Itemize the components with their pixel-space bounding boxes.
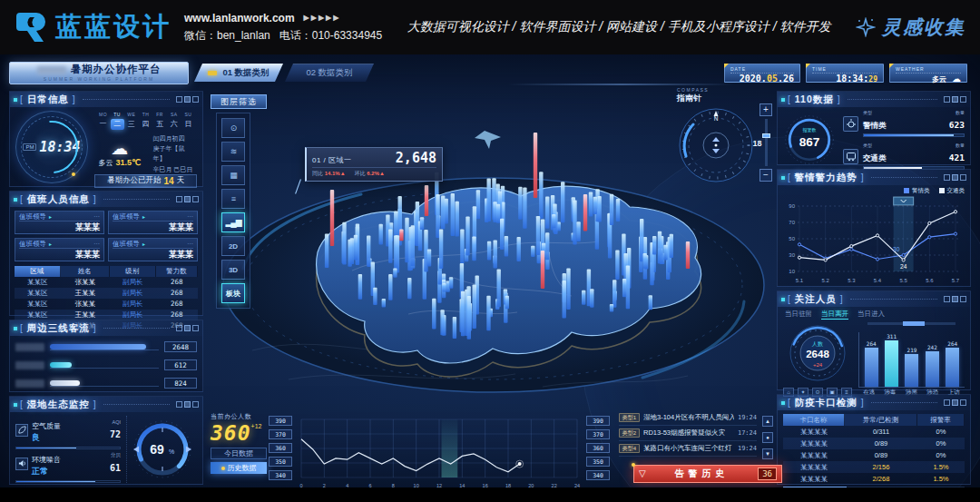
persons-tab[interactable]: 当日进入 <box>858 310 885 320</box>
window-icon[interactable] <box>184 325 191 331</box>
duty-leader-card[interactable]: 值班领导▸⋯某某某 <box>108 211 198 234</box>
bar-item[interactable]: 311 <box>885 332 898 387</box>
more-icon[interactable]: ⋯ <box>187 241 193 248</box>
office-count-delta: +12 <box>251 423 262 429</box>
legend-item[interactable]: 警情类 <box>904 187 930 195</box>
stat-value: 61 <box>110 463 121 473</box>
more-icon[interactable]: ⋯ <box>93 241 100 248</box>
zoom-handle[interactable] <box>762 133 770 138</box>
table-row[interactable]: 某某区张某某副局长268 <box>15 299 198 310</box>
checkpoint-row[interactable]: 某某某某0/890% <box>783 449 965 461</box>
lanlan-logo[interactable]: 蓝蓝设计 <box>15 9 172 45</box>
minimize-icon[interactable] <box>944 296 950 302</box>
table-row[interactable]: 某某区王某某副局长268 <box>15 288 198 299</box>
zoom-out-button[interactable]: − <box>760 169 772 182</box>
expand-icon[interactable] <box>960 174 966 181</box>
expand-icon[interactable] <box>192 96 199 103</box>
minimize-icon[interactable] <box>944 174 950 181</box>
window-icon[interactable] <box>952 296 958 302</box>
more-icon[interactable]: ⋯ <box>93 213 100 221</box>
minimize-icon[interactable] <box>944 399 950 406</box>
window-icon[interactable] <box>184 196 191 202</box>
checkpoint-table: 卡口名称异常/已检测报警率某某某某0/3110%某某某某0/890%某某某某0/… <box>783 414 965 485</box>
duty-leader-card[interactable]: 值班领导▸⋯某某某 <box>15 211 104 234</box>
zoom-slider[interactable]: 18 <box>765 119 768 166</box>
grid-icon[interactable]: ▦ <box>221 165 245 185</box>
list-icon[interactable]: ≡ <box>221 189 245 209</box>
weather-label: WEATHER <box>896 66 961 74</box>
today-data-button[interactable]: 今日数据 <box>211 448 267 459</box>
inspiration-collect[interactable]: 灵感收集 <box>856 15 965 40</box>
weekday-cell[interactable]: FR五 <box>153 112 167 130</box>
window-icon[interactable] <box>952 96 958 103</box>
minimize-icon[interactable] <box>176 196 182 202</box>
persons-tab[interactable]: 当日离开 <box>821 310 848 320</box>
minimize-icon[interactable] <box>176 401 182 408</box>
alert-row[interactable]: 类型2RD13-53烟感报警疑似火灾17:24 <box>619 426 757 441</box>
bar-item[interactable]: 264 <box>865 332 878 387</box>
alert-history-banner[interactable]: ▽ 告警历史 36 <box>633 465 782 483</box>
weekday-cell[interactable]: SA六 <box>167 112 181 130</box>
legend-item[interactable]: 交通类 <box>939 187 965 195</box>
checkpoint-row[interactable]: 某某某某0/890% <box>783 438 965 449</box>
y-tick-box: 370 <box>269 429 292 439</box>
scroll-down-icon[interactable]: ▼ <box>762 448 773 459</box>
history-data-button[interactable]: 历史数据 <box>211 462 267 474</box>
expand-icon[interactable] <box>192 196 199 202</box>
table-row[interactable]: 某某区张某某副局长268 <box>15 277 198 288</box>
expand-icon[interactable] <box>960 296 966 302</box>
flow-bars: 2648612824 <box>10 336 202 392</box>
expand-icon[interactable] <box>960 399 966 406</box>
bar-item[interactable]: 219 <box>905 332 918 387</box>
duty-leader-card[interactable]: 值班领导▸⋯某某某 <box>15 238 104 261</box>
stat-unit: 分贝 <box>110 452 121 458</box>
expand-icon[interactable] <box>192 401 199 408</box>
compass-dial[interactable]: N <box>677 106 755 184</box>
minimize-icon[interactable] <box>176 325 182 331</box>
persons-tab[interactable]: 当日驻留 <box>785 310 812 320</box>
scroll-dot-icon[interactable]: ● <box>762 432 773 443</box>
panel-corner-tick <box>781 298 785 301</box>
scroll-up-icon[interactable]: ▲ <box>762 416 773 427</box>
weekday-cell[interactable]: TU二 <box>111 112 124 130</box>
expand-icon[interactable] <box>960 96 966 103</box>
checkpoint-row[interactable]: 某某某某2/2681.5% <box>783 473 965 485</box>
chart-icon[interactable]: ▂▄▆ <box>221 212 245 232</box>
lunar-calendar: 闰四月初四 庚子年【鼠年】 辛巳月 己巳日 <box>152 133 197 174</box>
y-tick-box: 340 <box>269 470 292 480</box>
header-dots <box>103 199 170 200</box>
weekday-cell[interactable]: TH四 <box>139 112 152 130</box>
alert-row[interactable]: 类型4某路口有小汽车连闯三个红灯19:24 <box>619 441 757 457</box>
bus-icon <box>843 149 858 164</box>
checkpoint-row[interactable]: 某某某某0/3110% <box>783 426 965 438</box>
layer-btn-板块[interactable]: 板块 <box>221 283 245 303</box>
layer-btn-2D[interactable]: 2D <box>221 236 245 256</box>
panel-corner-tick <box>781 176 785 180</box>
panel-checkpoints: 防疫卡口检测 卡口名称异常/已检测报警率某某某某0/3110%某某某某0/890… <box>777 394 971 485</box>
weekday-cell[interactable]: SU日 <box>181 112 195 130</box>
site-url[interactable]: www.lanlanwork.com <box>184 10 295 27</box>
leaf-icon <box>15 424 28 437</box>
header-dots <box>871 177 937 178</box>
minimize-icon[interactable] <box>944 96 950 103</box>
checkpoint-row[interactable]: 某某某某2/1561.5% <box>783 461 965 473</box>
alert-row[interactable]: 类型1湿地3-104片区有不明人员闯入19:24 <box>619 410 757 426</box>
layer-btn-3D[interactable]: 3D <box>221 260 245 280</box>
window-icon[interactable] <box>184 96 191 103</box>
minimize-icon[interactable] <box>176 96 182 103</box>
camera-icon[interactable]: ⊙ <box>221 118 245 138</box>
duty-leader-card[interactable]: 值班领导▸⋯某某某 <box>108 238 198 261</box>
bar-item[interactable]: 264 <box>946 332 959 387</box>
window-icon[interactable] <box>952 399 958 406</box>
bar-item[interactable]: 242 <box>926 332 939 387</box>
table-header: 卡口名称异常/已检测报警率 <box>783 414 965 426</box>
chart-scrollbar[interactable] <box>867 322 956 325</box>
window-icon[interactable] <box>184 401 191 408</box>
weekday-cell[interactable]: MO一 <box>96 112 110 130</box>
zoom-in-button[interactable]: + <box>760 103 772 116</box>
window-icon[interactable] <box>952 174 958 181</box>
weekday-cell[interactable]: WE三 <box>124 112 138 130</box>
expand-icon[interactable] <box>192 325 199 331</box>
signal-icon[interactable]: ≋ <box>221 142 245 162</box>
more-icon[interactable]: ⋯ <box>187 213 193 221</box>
